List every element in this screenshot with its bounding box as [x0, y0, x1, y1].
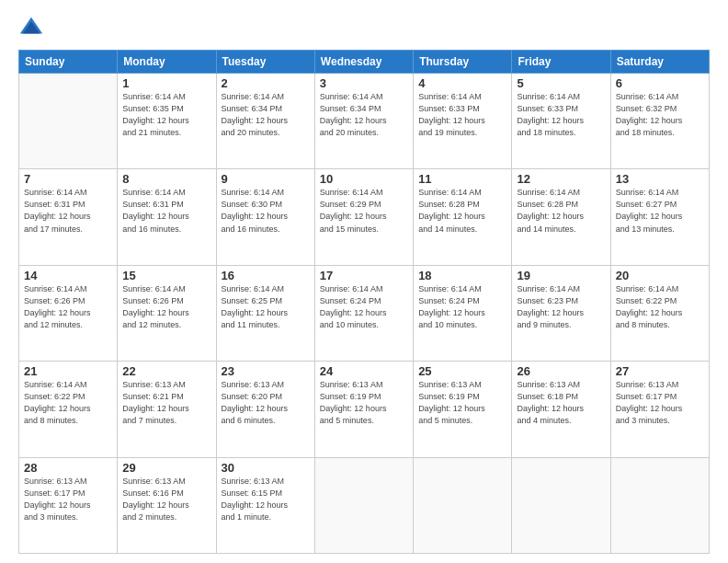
calendar-week-row: 7Sunrise: 6:14 AM Sunset: 6:31 PM Daylig… — [19, 169, 710, 265]
day-number: 6 — [616, 76, 704, 90]
day-number: 9 — [222, 172, 310, 186]
day-info: Sunrise: 6:14 AM Sunset: 6:29 PM Dayligh… — [320, 187, 408, 235]
day-info: Sunrise: 6:14 AM Sunset: 6:25 PM Dayligh… — [222, 283, 310, 331]
calendar-cell: 27Sunrise: 6:13 AM Sunset: 6:17 PM Dayli… — [610, 362, 709, 457]
day-info: Sunrise: 6:13 AM Sunset: 6:17 PM Dayligh… — [24, 476, 112, 523]
day-info: Sunrise: 6:14 AM Sunset: 6:33 PM Dayligh… — [517, 91, 605, 139]
day-info: Sunrise: 6:14 AM Sunset: 6:31 PM Dayligh… — [24, 187, 112, 235]
day-number: 3 — [320, 76, 408, 90]
weekday-header: Friday — [512, 51, 610, 74]
calendar-body: 1Sunrise: 6:14 AM Sunset: 6:35 PM Daylig… — [19, 74, 710, 554]
day-number: 29 — [122, 461, 210, 475]
day-number: 22 — [122, 364, 210, 378]
day-info: Sunrise: 6:14 AM Sunset: 6:34 PM Dayligh… — [222, 91, 310, 139]
calendar-cell: 14Sunrise: 6:14 AM Sunset: 6:26 PM Dayli… — [19, 265, 118, 361]
calendar-header: SundayMondayTuesdayWednesdayThursdayFrid… — [19, 51, 710, 74]
calendar-cell: 25Sunrise: 6:13 AM Sunset: 6:19 PM Dayli… — [414, 362, 512, 457]
weekday-row: SundayMondayTuesdayWednesdayThursdayFrid… — [19, 51, 710, 74]
calendar-cell: 21Sunrise: 6:14 AM Sunset: 6:22 PM Dayli… — [19, 362, 118, 457]
day-number: 24 — [320, 364, 408, 378]
day-info: Sunrise: 6:14 AM Sunset: 6:27 PM Dayligh… — [616, 187, 704, 235]
calendar-week-row: 1Sunrise: 6:14 AM Sunset: 6:35 PM Daylig… — [19, 74, 710, 169]
day-number: 19 — [517, 269, 605, 282]
day-info: Sunrise: 6:14 AM Sunset: 6:30 PM Dayligh… — [222, 187, 310, 235]
calendar-cell: 6Sunrise: 6:14 AM Sunset: 6:32 PM Daylig… — [610, 74, 709, 169]
day-info: Sunrise: 6:14 AM Sunset: 6:22 PM Dayligh… — [24, 379, 112, 427]
day-info: Sunrise: 6:14 AM Sunset: 6:24 PM Dayligh… — [418, 283, 506, 331]
calendar-cell: 26Sunrise: 6:13 AM Sunset: 6:18 PM Dayli… — [512, 362, 610, 457]
calendar-cell: 29Sunrise: 6:13 AM Sunset: 6:16 PM Dayli… — [118, 457, 216, 553]
day-number: 14 — [24, 269, 112, 282]
day-number: 28 — [24, 461, 112, 475]
calendar-cell: 1Sunrise: 6:14 AM Sunset: 6:35 PM Daylig… — [118, 74, 216, 169]
calendar-cell: 13Sunrise: 6:14 AM Sunset: 6:27 PM Dayli… — [610, 169, 709, 265]
day-number: 20 — [616, 269, 704, 282]
calendar: SundayMondayTuesdayWednesdayThursdayFrid… — [18, 50, 710, 554]
calendar-cell: 30Sunrise: 6:13 AM Sunset: 6:15 PM Dayli… — [216, 457, 314, 553]
calendar-cell: 22Sunrise: 6:13 AM Sunset: 6:21 PM Dayli… — [118, 362, 216, 457]
day-info: Sunrise: 6:14 AM Sunset: 6:32 PM Dayligh… — [616, 91, 704, 139]
day-number: 27 — [616, 364, 704, 378]
calendar-cell: 10Sunrise: 6:14 AM Sunset: 6:29 PM Dayli… — [314, 169, 413, 265]
day-number: 10 — [320, 172, 408, 186]
calendar-cell: 8Sunrise: 6:14 AM Sunset: 6:31 PM Daylig… — [118, 169, 216, 265]
day-number: 11 — [418, 172, 506, 186]
calendar-cell — [19, 74, 118, 169]
day-info: Sunrise: 6:14 AM Sunset: 6:26 PM Dayligh… — [24, 283, 112, 331]
day-number: 17 — [320, 269, 408, 282]
day-info: Sunrise: 6:13 AM Sunset: 6:16 PM Dayligh… — [122, 476, 210, 523]
calendar-cell: 23Sunrise: 6:13 AM Sunset: 6:20 PM Dayli… — [216, 362, 314, 457]
calendar-cell: 5Sunrise: 6:14 AM Sunset: 6:33 PM Daylig… — [512, 74, 610, 169]
calendar-cell: 19Sunrise: 6:14 AM Sunset: 6:23 PM Dayli… — [512, 265, 610, 361]
day-number: 23 — [222, 364, 310, 378]
calendar-week-row: 14Sunrise: 6:14 AM Sunset: 6:26 PM Dayli… — [19, 265, 710, 361]
day-info: Sunrise: 6:14 AM Sunset: 6:34 PM Dayligh… — [320, 91, 408, 139]
day-info: Sunrise: 6:14 AM Sunset: 6:26 PM Dayligh… — [122, 283, 210, 331]
calendar-cell: 7Sunrise: 6:14 AM Sunset: 6:31 PM Daylig… — [19, 169, 118, 265]
day-info: Sunrise: 6:13 AM Sunset: 6:20 PM Dayligh… — [222, 379, 310, 427]
calendar-cell: 24Sunrise: 6:13 AM Sunset: 6:19 PM Dayli… — [314, 362, 413, 457]
logo — [18, 15, 48, 40]
calendar-cell: 18Sunrise: 6:14 AM Sunset: 6:24 PM Dayli… — [414, 265, 512, 361]
day-number: 26 — [517, 364, 605, 378]
logo-icon — [18, 15, 44, 40]
day-number: 30 — [222, 461, 310, 475]
calendar-week-row: 28Sunrise: 6:13 AM Sunset: 6:17 PM Dayli… — [19, 457, 710, 553]
day-info: Sunrise: 6:14 AM Sunset: 6:28 PM Dayligh… — [418, 187, 506, 235]
day-info: Sunrise: 6:14 AM Sunset: 6:23 PM Dayligh… — [517, 283, 605, 331]
day-number: 16 — [222, 269, 310, 282]
day-info: Sunrise: 6:13 AM Sunset: 6:19 PM Dayligh… — [418, 379, 506, 427]
day-info: Sunrise: 6:14 AM Sunset: 6:35 PM Dayligh… — [122, 91, 210, 139]
calendar-cell: 4Sunrise: 6:14 AM Sunset: 6:33 PM Daylig… — [414, 74, 512, 169]
calendar-cell: 11Sunrise: 6:14 AM Sunset: 6:28 PM Dayli… — [414, 169, 512, 265]
day-number: 5 — [517, 76, 605, 90]
day-number: 4 — [418, 76, 506, 90]
weekday-header: Thursday — [414, 51, 512, 74]
calendar-cell: 28Sunrise: 6:13 AM Sunset: 6:17 PM Dayli… — [19, 457, 118, 553]
day-info: Sunrise: 6:13 AM Sunset: 6:18 PM Dayligh… — [517, 379, 605, 427]
header — [18, 15, 710, 40]
day-info: Sunrise: 6:13 AM Sunset: 6:17 PM Dayligh… — [616, 379, 704, 427]
calendar-cell — [610, 457, 709, 553]
day-info: Sunrise: 6:14 AM Sunset: 6:33 PM Dayligh… — [418, 91, 506, 139]
day-number: 8 — [122, 172, 210, 186]
day-info: Sunrise: 6:13 AM Sunset: 6:19 PM Dayligh… — [320, 379, 408, 427]
day-info: Sunrise: 6:13 AM Sunset: 6:21 PM Dayligh… — [122, 379, 210, 427]
weekday-header: Wednesday — [314, 51, 413, 74]
calendar-cell — [414, 457, 512, 553]
calendar-cell: 3Sunrise: 6:14 AM Sunset: 6:34 PM Daylig… — [314, 74, 413, 169]
day-number: 18 — [418, 269, 506, 282]
day-info: Sunrise: 6:14 AM Sunset: 6:28 PM Dayligh… — [517, 187, 605, 235]
day-number: 1 — [122, 76, 210, 90]
weekday-header: Tuesday — [216, 51, 314, 74]
day-info: Sunrise: 6:13 AM Sunset: 6:15 PM Dayligh… — [222, 476, 310, 523]
day-info: Sunrise: 6:14 AM Sunset: 6:22 PM Dayligh… — [616, 283, 704, 331]
calendar-cell: 16Sunrise: 6:14 AM Sunset: 6:25 PM Dayli… — [216, 265, 314, 361]
calendar-cell: 12Sunrise: 6:14 AM Sunset: 6:28 PM Dayli… — [512, 169, 610, 265]
page: SundayMondayTuesdayWednesdayThursdayFrid… — [0, 0, 728, 563]
day-number: 13 — [616, 172, 704, 186]
day-number: 15 — [122, 269, 210, 282]
day-info: Sunrise: 6:14 AM Sunset: 6:31 PM Dayligh… — [122, 187, 210, 235]
weekday-header: Sunday — [19, 51, 118, 74]
calendar-cell — [512, 457, 610, 553]
